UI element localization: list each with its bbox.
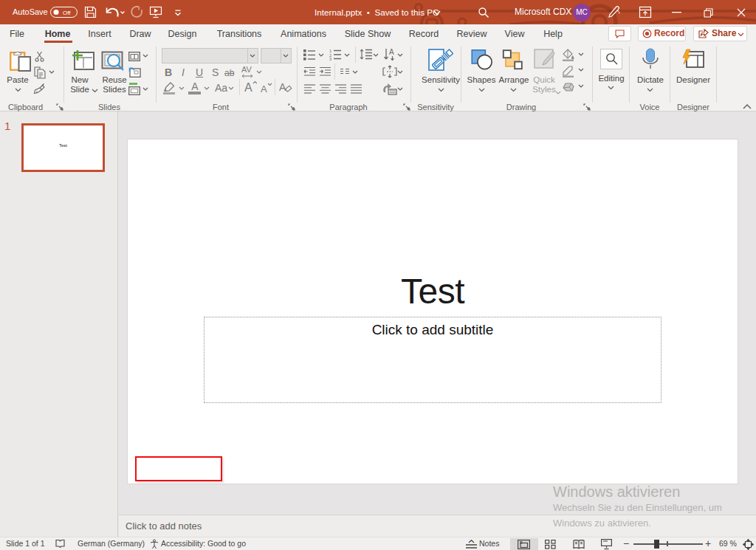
svg-text:Off: Off — [63, 10, 71, 16]
svg-text:A: A — [244, 81, 252, 94]
svg-text:3: 3 — [329, 57, 331, 61]
svg-text:AV: AV — [241, 66, 252, 74]
svg-text:A: A — [261, 83, 267, 94]
svg-text:A: A — [279, 81, 286, 93]
svg-text:A: A — [389, 48, 394, 56]
